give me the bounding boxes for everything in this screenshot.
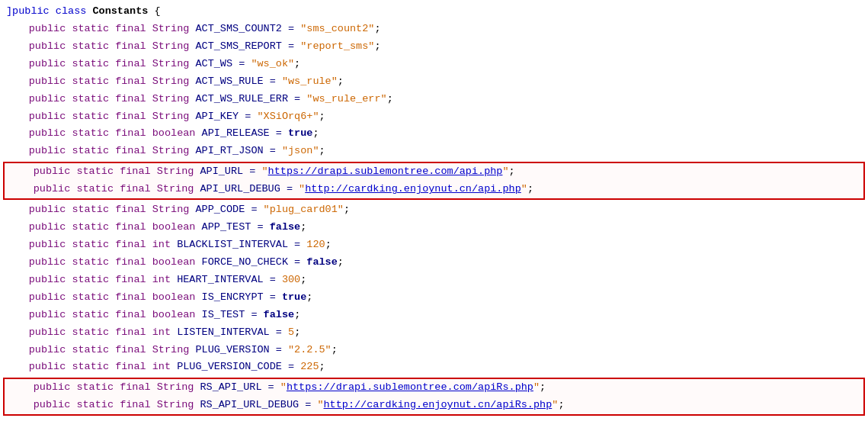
- highlight-box-2: public static final String RS_API_URL = …: [3, 378, 865, 416]
- code-line: ]public class Constants {: [0, 3, 868, 21]
- highlighted-line: public static final String API_URL_DEBUG…: [5, 181, 863, 198]
- rs-api-url-debug-link[interactable]: http://cardking.enjoynut.cn/apiRs.php: [324, 397, 553, 413]
- code-line: public static final String ACT_SMS_COUNT…: [0, 21, 868, 38]
- code-line: public static final String ACT_WS_RULE_E…: [0, 91, 868, 108]
- code-line: public static final String API_RT_JSON =…: [0, 143, 868, 160]
- code-line: public static final boolean IS_TEST = fa…: [0, 307, 868, 324]
- highlighted-line: public static final String RS_API_URL_DE…: [5, 397, 863, 414]
- highlight-box-1: public static final String API_URL = "ht…: [3, 162, 865, 200]
- code-editor: ]public class Constants { public static …: [0, 0, 868, 447]
- rs-api-url-link[interactable]: https://drapi.sublemontree.com/apiRs.php: [287, 380, 533, 396]
- highlighted-line: public static final String RS_API_URL = …: [5, 379, 863, 397]
- code-line: public static final boolean APP_TEST = f…: [0, 219, 868, 236]
- keyword-public: public: [12, 4, 50, 20]
- api-url-link[interactable]: https://drapi.sublemontree.com/api.php: [268, 164, 503, 180]
- code-line: public static final String ACT_WS = "ws_…: [0, 56, 868, 73]
- code-line: public static final String APP_CODE = "p…: [0, 201, 868, 219]
- class-name: Constants: [92, 4, 148, 20]
- bracket: ]: [6, 4, 12, 20]
- code-line: public static final boolean API_RELEASE …: [0, 125, 868, 143]
- code-line: public static final int LISTEN_INTERVAL …: [0, 324, 868, 342]
- code-line: public static final String API_KEY = "XS…: [0, 108, 868, 126]
- highlighted-line: public static final String API_URL = "ht…: [5, 163, 863, 181]
- keyword-class: class: [56, 4, 87, 20]
- brace-open: {: [154, 4, 160, 20]
- code-line: public static final int PLUG_VERSION_COD…: [0, 359, 868, 376]
- code-line: public static final boolean FORCE_NO_CHE…: [0, 254, 868, 272]
- code-line: public static final int BLACKLIST_INTERV…: [0, 236, 868, 254]
- code-line: public static final String ACT_WS_RULE =…: [0, 73, 868, 91]
- code-line: public static final String PLUG_VERSION …: [0, 342, 868, 359]
- code-line: public static final boolean IS_ENCRYPT =…: [0, 289, 868, 307]
- code-line: public static final String ACT_SMS_REPOR…: [0, 38, 868, 56]
- code-line: public static final int HEART_INTERVAL =…: [0, 272, 868, 289]
- api-url-debug-link[interactable]: http://cardking.enjoynut.cn/api.php: [305, 182, 521, 198]
